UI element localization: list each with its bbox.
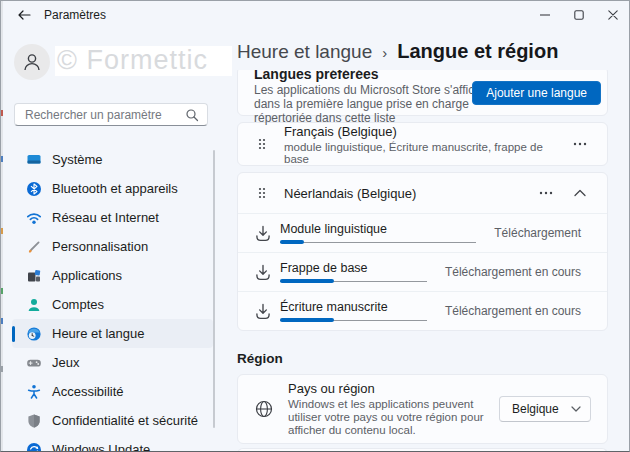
titlebar: Paramètres [0,0,630,30]
avatar[interactable] [14,44,50,80]
more-icon [572,141,588,147]
progress-fill [280,279,334,283]
preferred-languages-title: Langues préférées [254,70,591,81]
download-label: Module linguistique [280,223,476,236]
sidebar-nav: Système Bluetooth et appareils Réseau et… [12,145,213,452]
settings-content: Langues préférées Les applications du Mi… [225,70,630,452]
download-status: Téléchargement en cours [445,304,581,318]
sidebar-item-label: Heure et langue [52,326,145,341]
collapse-button[interactable] [569,182,591,204]
sidebar-item-label: Comptes [52,297,104,312]
language-features: module linguistique, Écriture manuscrite… [284,141,569,165]
sidebar-item-label: Confidentialité et sécurité [52,413,198,428]
close-icon [608,10,618,20]
sidebar-item-applications[interactable]: Applications [12,261,213,290]
sidebar-item-systeme[interactable]: Système [12,145,213,174]
country-region-card: Pays ou région Windows et les applicatio… [237,374,608,444]
sidebar-item-personnalisation[interactable]: Personnalisation [12,232,213,261]
sidebar-item-label: Système [52,152,103,167]
sidebar-scrollbar[interactable] [213,150,215,428]
download-label: Frappe de base [280,262,427,275]
add-language-button[interactable]: Ajouter une langue [472,81,601,105]
minimize-icon [540,10,550,20]
time-language-icon [26,326,42,342]
search-input[interactable] [23,107,185,123]
desktop-edge-strip [0,0,3,452]
person-icon [21,51,43,73]
progress-bar [280,240,476,244]
minimize-button[interactable] [528,0,562,30]
sidebar-item-accessibilite[interactable]: Accessibilité [12,377,213,406]
watermark-backdrop [55,46,232,76]
maximize-button[interactable] [562,0,596,30]
sidebar-item-label: Jeux [52,355,79,370]
download-status: Téléchargement en cours [445,265,581,279]
chevron-up-icon [574,189,586,197]
breadcrumb-separator: › [382,44,387,61]
back-button[interactable] [12,4,36,26]
sidebar-item-label: Réseau et Internet [52,210,159,225]
sidebar-item-label: Accessibilité [52,384,124,399]
sidebar-item-label: Applications [52,268,122,283]
drag-handle-icon[interactable] [254,136,270,152]
sidebar-item-jeux[interactable]: Jeux [12,348,213,377]
globe-icon [254,399,274,419]
sidebar-item-bluetooth[interactable]: Bluetooth et appareils [12,174,213,203]
language-card-neerlandais: Néerlandais (Belgique) Module linguistiq… [237,172,608,331]
system-icon [26,152,42,168]
breadcrumb: Heure et langue › Langue et région [237,40,558,63]
progress-bar [280,279,427,283]
sidebar-item-reseau[interactable]: Réseau et Internet [12,203,213,232]
language-name: Néerlandais (Belgique) [284,186,535,201]
windows-update-icon [26,442,42,452]
privacy-icon [26,413,42,429]
chevron-down-icon [571,406,581,412]
country-select[interactable]: Belgique [499,396,591,422]
sidebar-item-heure-et-langue[interactable]: Heure et langue [12,319,213,348]
sidebar-item-confidentialite[interactable]: Confidentialité et sécurité [12,406,213,435]
language-row-neerlandais[interactable]: Néerlandais (Belgique) [238,173,607,213]
language-name: Français (Belgique) [284,124,569,139]
sidebar-item-windows-update[interactable]: Windows Update [12,435,213,452]
gaming-icon [26,355,42,371]
download-icon [254,263,272,281]
progress-bar [280,318,427,322]
selected-accent-bar [12,326,15,342]
apps-icon [26,268,42,284]
search-icon [185,108,199,122]
personalization-icon [26,239,42,255]
download-label: Écriture manuscrite [280,301,427,314]
language-row-francais[interactable]: Français (Belgique) module linguistique,… [237,122,608,166]
network-icon [26,210,42,226]
breadcrumb-parent[interactable]: Heure et langue [237,41,372,63]
progress-fill [280,318,334,322]
country-select-value: Belgique [512,402,571,416]
region-section-heading: Région [237,351,608,366]
more-options-button[interactable] [569,133,591,155]
accessibility-icon [26,384,42,400]
window-title: Paramètres [44,8,106,22]
back-arrow-icon [17,9,31,21]
accounts-icon [26,297,42,313]
progress-fill [280,240,304,244]
download-status: Téléchargement [494,226,581,240]
download-icon [254,302,272,320]
sidebar-item-label: Bluetooth et appareils [52,181,178,196]
bluetooth-icon [26,181,42,197]
next-settings-card [237,448,608,452]
preferred-languages-card: Langues préférées Les applications du Mi… [237,70,608,116]
download-icon [254,224,272,242]
drag-handle-icon[interactable] [254,185,270,201]
country-region-description: Windows et les applications peuvent util… [288,398,491,437]
close-button[interactable] [596,0,630,30]
sidebar-item-comptes[interactable]: Comptes [12,290,213,319]
download-row-frappe-de-base: Frappe de base Téléchargement en cours [238,253,607,291]
download-row-ecriture-manuscrite: Écriture manuscrite Téléchargement en co… [238,292,607,330]
search-box [14,103,208,126]
country-region-title: Pays ou région [288,381,491,396]
sidebar-item-label: Personnalisation [52,239,148,254]
maximize-icon [574,10,584,20]
more-icon [538,190,554,196]
more-options-button[interactable] [535,182,557,204]
sidebar-item-label: Windows Update [52,442,150,452]
